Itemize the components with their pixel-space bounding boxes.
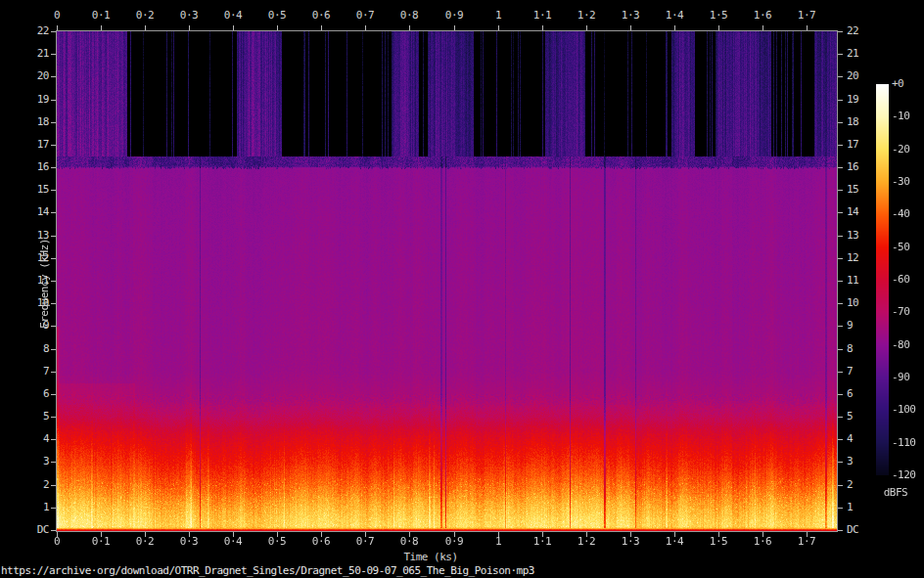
x-tick-label-bottom: 0·5 xyxy=(268,535,286,548)
y-tick-label-left: 17 xyxy=(14,138,49,151)
y-tick-left xyxy=(51,417,56,418)
x-tick-label-bottom: 1·4 xyxy=(666,535,683,548)
x-tick-top xyxy=(454,25,455,30)
spectrogram-heatmap xyxy=(57,31,837,531)
x-tick-top xyxy=(718,25,719,30)
y-tick-left xyxy=(51,31,56,32)
y-tick-right xyxy=(838,212,843,213)
y-tick-right xyxy=(838,349,843,350)
x-tick-label-top: 0·9 xyxy=(445,9,463,22)
x-axis-title: Time (ks) xyxy=(403,551,457,563)
x-tick-label-bottom: 0·8 xyxy=(400,535,418,548)
y-tick-right xyxy=(838,417,843,418)
y-tick-left xyxy=(51,349,56,350)
x-tick-top xyxy=(189,25,190,30)
y-tick-left xyxy=(51,326,56,327)
x-tick-label-bottom: 1·2 xyxy=(578,535,595,548)
x-tick-label-top: 0·4 xyxy=(224,9,242,22)
x-tick-top xyxy=(409,25,410,30)
x-tick-label-top: 1·7 xyxy=(798,9,815,22)
y-tick-left xyxy=(51,54,56,55)
y-tick-left xyxy=(51,303,56,304)
footer-url: https://archive·org/download/OTRR_Dragne… xyxy=(1,564,534,577)
y-tick-right xyxy=(838,303,843,304)
x-tick-label-bottom: 0·6 xyxy=(312,535,330,548)
x-tick-top xyxy=(498,25,499,30)
x-tick-label-bottom: 0·7 xyxy=(356,535,374,548)
y-tick-right xyxy=(838,122,843,123)
colorbar-tick-label: -50 xyxy=(892,241,924,253)
y-tick-label-left: 20 xyxy=(14,69,49,82)
y-tick-label-left: 2 xyxy=(14,478,49,491)
x-tick-label-top: 1·4 xyxy=(666,9,683,22)
x-tick-top xyxy=(365,25,366,30)
x-tick-label-top: 0·2 xyxy=(136,9,154,22)
y-tick-label-left: 19 xyxy=(14,93,49,106)
x-tick-label-top: 1 xyxy=(495,9,501,22)
y-tick-left xyxy=(51,167,56,168)
x-tick-label-bottom: 0·2 xyxy=(136,535,154,548)
colorbar-tick-label: -80 xyxy=(892,338,924,351)
y-tick-label-left: 8 xyxy=(14,342,49,355)
y-tick-label-left: 15 xyxy=(14,183,49,196)
y-tick-left xyxy=(51,76,56,77)
x-tick-top xyxy=(630,25,631,30)
x-tick-label-bottom: 0·4 xyxy=(224,535,242,548)
x-tick-label-top: 0 xyxy=(54,9,60,22)
y-tick-label-left: 16 xyxy=(14,160,49,173)
x-tick-top xyxy=(321,25,322,30)
y-tick-right xyxy=(838,31,843,32)
y-tick-right xyxy=(838,508,843,509)
y-tick-left xyxy=(51,372,56,373)
y-tick-right xyxy=(838,167,843,168)
x-tick-label-bottom: 1·7 xyxy=(798,535,815,548)
x-tick-label-top: 0·7 xyxy=(356,9,374,22)
y-tick-left xyxy=(51,258,56,259)
x-tick-top xyxy=(807,25,808,30)
y-tick-right xyxy=(838,145,843,146)
colorbar-tick-label: -70 xyxy=(892,305,924,318)
x-tick-top xyxy=(762,25,763,30)
x-tick-label-bottom: 1·3 xyxy=(622,535,639,548)
y-tick-left xyxy=(51,212,56,213)
x-tick-label-top: 1·3 xyxy=(622,9,639,22)
x-tick-top xyxy=(277,25,278,30)
x-tick-label-bottom: 0·9 xyxy=(445,535,463,548)
y-tick-right xyxy=(838,462,843,463)
y-tick-label-right: DC xyxy=(847,523,882,536)
x-tick-label-top: 0·6 xyxy=(312,9,330,22)
colorbar-tick-label: -60 xyxy=(892,273,924,286)
x-tick-top xyxy=(586,25,587,30)
colorbar-gradient xyxy=(876,84,889,475)
y-axis-title: Frequency (kHz) xyxy=(38,239,51,329)
x-tick-label-bottom: 0 xyxy=(54,535,60,548)
colorbar-tick-label: +0 xyxy=(892,77,924,90)
spectrogram-window: 000·10·10·20·20·30·30·40·40·50·50·60·60·… xyxy=(0,0,924,578)
y-tick-label-left: 4 xyxy=(14,432,49,445)
colorbar-tick-label: -10 xyxy=(892,110,924,122)
colorbar-tick-label: -120 xyxy=(892,468,924,481)
colorbar-tick-label: -30 xyxy=(892,175,924,188)
y-tick-label-left: 7 xyxy=(14,365,49,378)
y-tick-label-left: 21 xyxy=(14,47,49,60)
y-tick-right xyxy=(838,530,843,531)
y-tick-left xyxy=(51,100,56,101)
y-tick-label-left: 1 xyxy=(14,501,49,513)
x-tick-label-top: 0·8 xyxy=(400,9,418,22)
y-tick-left xyxy=(51,190,56,191)
x-tick-label-bottom: 1 xyxy=(495,535,501,548)
x-tick-top xyxy=(57,25,58,30)
y-tick-right xyxy=(838,281,843,282)
x-tick-label-top: 1·6 xyxy=(754,9,771,22)
y-tick-label-left: 5 xyxy=(14,410,49,422)
y-tick-label-left: 22 xyxy=(14,24,49,37)
colorbar-unit-label: dBFS xyxy=(872,486,919,499)
y-tick-label-right: 21 xyxy=(847,47,882,60)
x-tick-label-bottom: 1·6 xyxy=(754,535,771,548)
x-tick-label-top: 1·1 xyxy=(533,9,551,22)
x-tick-label-top: 0·3 xyxy=(180,9,198,22)
colorbar-tick-label: -20 xyxy=(892,143,924,156)
y-tick-left xyxy=(51,485,56,486)
colorbar-tick-label: -40 xyxy=(892,207,924,220)
x-tick-top xyxy=(101,25,102,30)
